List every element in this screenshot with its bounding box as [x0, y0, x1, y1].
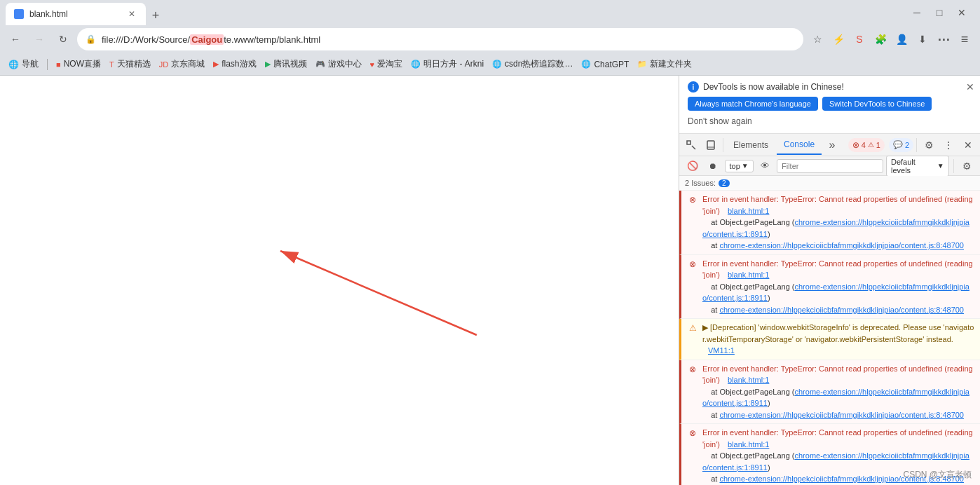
error-icon-2: ⊗ — [687, 259, 698, 270]
notification-title-row: i DevTools is now available in Chinese! — [688, 81, 972, 93]
bookmark-icon-chatgpt: 🌐 — [581, 60, 591, 69]
maximize-button[interactable]: □ — [930, 3, 949, 22]
bookmark-label-tmall: 天猫精选 — [117, 58, 151, 70]
profile-button[interactable]: 👤 — [892, 29, 911, 49]
bookmark-item-now[interactable]: ■ NOW直播 — [56, 58, 101, 70]
minimize-button[interactable]: ─ — [907, 3, 927, 22]
bookmark-icon: 🌐 — [8, 60, 19, 69]
close-devtools-button[interactable]: ✕ — [959, 136, 977, 154]
console-entry-text-2: Error in event handler: TypeError: Canno… — [702, 258, 974, 316]
entry-source-2[interactable]: blank.html:1 — [728, 271, 769, 279]
devtools-notification: i DevTools is now available in Chinese! … — [679, 76, 980, 134]
filter-input[interactable] — [777, 159, 883, 173]
page-content — [0, 76, 679, 485]
info-badge[interactable]: 💬 2 — [889, 138, 913, 152]
settings-button[interactable]: ⚙ — [920, 136, 938, 154]
bookmark-icon-tmall: T — [109, 60, 114, 69]
extensions-button[interactable]: 🧩 — [871, 29, 890, 49]
bookmark-item-tencent[interactable]: ▶ 腾讯视频 — [265, 58, 307, 70]
bookmark-icon-now: ■ — [56, 60, 61, 69]
bookmark-item-tmall[interactable]: T 天猫精选 — [109, 58, 151, 70]
bookmark-item-taobao[interactable]: ♥ 爱淘宝 — [370, 58, 403, 70]
entry-source-4[interactable]: blank.html:1 — [728, 440, 769, 449]
error-link-3a[interactable]: chrome-extension://hlppekcioiicbfafmmgik… — [702, 388, 969, 408]
issues-count-badge: 2 — [719, 179, 730, 187]
error-link-1a[interactable]: chrome-extension://hlppekcioiicbfafmmgik… — [702, 218, 969, 238]
console-entries: ⊗ Error in event handler: TypeError: Can… — [679, 191, 980, 485]
forward-button[interactable]: → — [29, 29, 49, 49]
error-link-2a[interactable]: chrome-extension://hlppekcioiicbfafmmgik… — [702, 282, 969, 303]
tab-close-button[interactable]: ✕ — [126, 8, 137, 20]
bookmark-label: 导航 — [22, 58, 39, 70]
console-entry-warning: ⚠ ▶ [Deprecation] 'window.webkitStorageI… — [679, 319, 980, 360]
warn-icon: ⚠ — [687, 322, 698, 334]
back-button[interactable]: ← — [6, 29, 25, 49]
svg-rect-4 — [707, 141, 714, 149]
customize-button[interactable]: ⋮ — [939, 136, 958, 154]
bookmark-item-folder[interactable]: 📁 新建文件夹 — [637, 58, 692, 70]
bookmark-icon-folder: 📁 — [637, 60, 647, 69]
error-link-2b[interactable]: chrome-extension://hlppekcioiicbfafmmgik… — [719, 306, 964, 314]
new-tab-button[interactable]: + — [146, 6, 165, 25]
top-context-select[interactable]: top ▼ — [725, 160, 754, 172]
console-entry-error-3: ⊗ Error in event handler: TypeError: Can… — [679, 360, 980, 425]
inspect-element-button[interactable] — [682, 136, 700, 154]
download-button[interactable]: ⬇ — [913, 29, 932, 49]
entry-source-warn[interactable]: VM11:1 — [708, 346, 735, 355]
tab-favicon — [14, 9, 24, 19]
extension-s-button[interactable]: S — [850, 29, 869, 49]
more-tabs-button[interactable]: » — [823, 136, 841, 154]
reload-button[interactable]: ↻ — [53, 29, 73, 49]
error-icon-4: ⊗ — [687, 428, 698, 439]
bookmark-item-game[interactable]: 🎮 游戏中心 — [315, 58, 362, 70]
bookmarks-bar: 🌐 导航 ■ NOW直播 T 天猫精选 JD 京东商城 ▶ flash游戏 ▶ … — [0, 53, 980, 76]
console-settings-button[interactable]: ⚙ — [958, 157, 976, 175]
bookmark-icon-tencent: ▶ — [265, 60, 271, 69]
clear-console-button[interactable]: 🚫 — [683, 157, 701, 175]
tab-console[interactable]: Console — [777, 135, 822, 155]
url-bar[interactable]: 🔒 file:///D:/Work/Source/Caigoute.www/te… — [77, 28, 803, 50]
bookmark-item-flash[interactable]: ▶ flash游戏 — [213, 58, 256, 70]
error-link-3b[interactable]: chrome-extension://hlppekcioiicbfafmmgik… — [719, 411, 964, 419]
entry-source-1[interactable]: blank.html:1 — [728, 207, 769, 215]
bookmark-item-csdn[interactable]: 🌐 csdn热榜追踪数… — [492, 58, 573, 70]
active-tab[interactable]: blank.html ✕ — [6, 3, 146, 25]
more-tools-button[interactable]: ⋯ — [934, 29, 953, 49]
bookmark-item-jd[interactable]: JD 京东商城 — [159, 58, 205, 70]
toolbar-separator-1 — [723, 138, 723, 152]
performance-button[interactable]: ⚡ — [829, 29, 848, 49]
browser-chrome: blank.html ✕ + ─ □ ✕ ← → ↻ 🔒 file:///D:/… — [0, 0, 980, 76]
menu-button[interactable]: ≡ — [955, 29, 974, 49]
device-toolbar-button[interactable] — [702, 136, 720, 154]
default-levels-select[interactable]: Default levels ▼ — [886, 156, 949, 177]
switch-to-chinese-button[interactable]: Switch DevTools to Chinese — [822, 97, 932, 111]
bookmark-label-folder: 新建文件夹 — [650, 58, 692, 70]
bookmark-label-arkni: 明日方舟 - Arkni — [423, 58, 484, 70]
close-window-button[interactable]: ✕ — [952, 3, 972, 22]
dont-show-again-link[interactable]: Don't show again — [688, 115, 972, 128]
tab-bar: blank.html ✕ + — [6, 0, 901, 25]
bookmark-label-tencent: 腾讯视频 — [273, 58, 307, 70]
tab-elements[interactable]: Elements — [726, 135, 775, 155]
address-bar: ← → ↻ 🔒 file:///D:/Work/Source/Caigoute.… — [0, 25, 980, 53]
issues-label: 2 Issues: — [685, 179, 716, 187]
bookmark-label-flash: flash游戏 — [222, 58, 256, 70]
eye-icon-button[interactable]: 👁 — [756, 157, 774, 175]
bookmark-button[interactable]: ☆ — [808, 29, 827, 49]
preserve-log-button[interactable]: ⏺ — [704, 157, 721, 175]
warn-message: ▶ [Deprecation] 'window.webkitStorageInf… — [702, 323, 974, 343]
console-toolbar: 🚫 ⏺ top ▼ 👁 Default levels ▼ ⚙ — [679, 156, 980, 176]
issues-row: 2 Issues: 2 — [679, 176, 980, 191]
match-language-button[interactable]: Always match Chrome's language — [688, 97, 818, 111]
bookmark-item-arkni[interactable]: 🌐 明日方舟 - Arkni — [411, 58, 484, 70]
entry-source-3[interactable]: blank.html:1 — [728, 376, 769, 384]
bookmark-item-chatgpt[interactable]: 🌐 ChatGPT — [581, 60, 629, 69]
chevron-down-icon: ▼ — [742, 162, 749, 170]
watermark-text: CSDN @文盲老顿 — [903, 470, 972, 479]
bookmark-item-nav[interactable]: 🌐 导航 — [8, 58, 39, 70]
notification-close-button[interactable]: ✕ — [966, 81, 974, 93]
bookmark-label-now: NOW直播 — [64, 58, 101, 70]
bookmark-icon-game: 🎮 — [315, 60, 325, 69]
error-badge[interactable]: ⊗ 4 ⚠ 1 — [848, 138, 885, 152]
error-link-1b[interactable]: chrome-extension://hlppekcioiicbfafmmgik… — [719, 241, 964, 250]
